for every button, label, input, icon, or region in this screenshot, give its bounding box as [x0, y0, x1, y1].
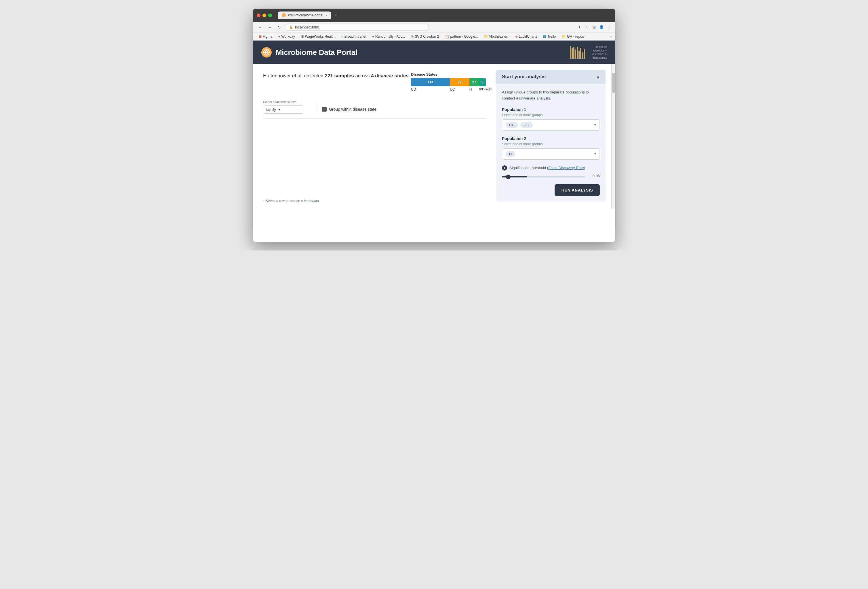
bookmark-lucid-label: LucidCharts: [519, 34, 537, 38]
summary-middle: across: [354, 73, 371, 78]
svg-rect-3: [571, 48, 573, 59]
taxonomic-label: Select a taxonomic level: [263, 100, 303, 103]
browser-titlebar: cmit-microbiome-portal × +: [253, 9, 615, 22]
group-checkbox-group[interactable]: Group within disease state: [322, 102, 376, 112]
disease-bar: 114 72 27 8: [411, 78, 486, 86]
disease-bar-labels: CD UC H IBDundef: [411, 87, 486, 91]
bottom-hint-area: ↑ Select a row to sort by a bacterium: [263, 199, 486, 203]
tab-title: cmit-microbiome-portal: [288, 13, 323, 17]
scrollbar[interactable]: [611, 64, 615, 209]
taxonomic-value: family: [266, 107, 276, 112]
app-title-group: Microbiome Data Portal: [261, 47, 357, 57]
svg-rect-9: [582, 52, 583, 59]
bookmark-workday-label: Workday: [282, 34, 295, 38]
active-tab[interactable]: cmit-microbiome-portal ×: [278, 12, 331, 19]
download-icon[interactable]: ⬇: [576, 24, 582, 30]
bookmark-gh[interactable]: 📁 GH - repos: [559, 34, 586, 39]
label-ibdundef: IBDundef: [479, 87, 486, 91]
extensions-icon[interactable]: ⊞: [591, 24, 597, 30]
menu-icon[interactable]: ⋮: [606, 24, 612, 30]
collapse-icon[interactable]: [596, 74, 600, 80]
group-checkbox[interactable]: [322, 107, 327, 112]
threshold-section: i Significance threshold (False Discover…: [502, 165, 600, 178]
bookmark-broad[interactable]: ≡ Broad Intranet: [339, 34, 369, 39]
bookmark-workday[interactable]: ● Workday: [276, 34, 297, 39]
bookmark-svg-label: SVG Crowbar 2: [415, 34, 439, 38]
gh-icon: 📁: [561, 34, 566, 38]
bookmark-svg[interactable]: ◎ SVG Crowbar 2: [408, 34, 441, 39]
bookmark-lucid[interactable]: ◆ LucidCharts: [513, 34, 540, 39]
run-analysis-button[interactable]: RUN ANALYSIS: [555, 184, 600, 196]
population1-section: Population 1 Select one or more groups C…: [502, 107, 600, 131]
app-logo-icon: [261, 47, 272, 57]
bookmark-northeastern-label: Northeastern: [489, 34, 509, 38]
population1-tag-uc[interactable]: UC: [520, 122, 533, 128]
org-logo: center formicrobiomeinformatics &therape…: [566, 45, 607, 59]
summary-states: 4 disease states: [371, 73, 408, 78]
bookmark-wageworks-label: WageWorks Healt...: [305, 34, 335, 38]
bookmark-figma-label: Figma: [263, 34, 272, 38]
more-bookmarks[interactable]: »: [610, 34, 612, 38]
forward-button[interactable]: →: [266, 24, 273, 31]
analysis-title: Start your analysis: [502, 74, 546, 80]
population2-dropdown-icon: ▾: [594, 152, 596, 156]
new-tab-button[interactable]: +: [331, 12, 340, 18]
svg-rect-8: [580, 48, 582, 59]
close-button[interactable]: [257, 13, 260, 17]
disease-states-label: Disease States: [411, 72, 486, 77]
analysis-panel: Start your analysis Assign unique groups…: [496, 70, 605, 202]
checkmark-icon: [323, 107, 326, 111]
profile-icon[interactable]: 👤: [599, 24, 604, 30]
minimize-button[interactable]: [263, 13, 266, 17]
bookmark-pattern[interactable]: 📋 pattern - Google...: [443, 34, 481, 39]
tab-bar: cmit-microbiome-portal × +: [278, 12, 600, 19]
bottom-hint-text: ↑ Select a row to sort by a bacterium: [263, 199, 486, 203]
figma-icon: ▣: [258, 34, 261, 38]
svg-rect-2: [570, 46, 571, 59]
info-icon: i: [502, 165, 507, 171]
summary-samples: 221 samples: [325, 73, 354, 78]
maximize-button[interactable]: [268, 13, 272, 17]
broad-icon: ≡: [341, 34, 343, 38]
back-button[interactable]: ←: [256, 24, 264, 31]
population2-tag-h[interactable]: H: [506, 151, 515, 157]
analysis-body: Assign unique groups to two separate pop…: [496, 84, 605, 202]
disease-segment-uc: 72: [450, 78, 469, 86]
trello-icon: ▦: [543, 34, 546, 38]
label-h: H: [469, 87, 479, 91]
browser-toolbar: ← → ↻ 🔒 localhost:8080 ⬇ ☆ ⊞ 👤 ⋮: [253, 22, 615, 33]
app-container: Microbiome Data Portal: [253, 41, 615, 242]
scrollbar-thumb[interactable]: [612, 73, 615, 93]
population1-subtitle: Select one or more groups: [502, 113, 600, 117]
bookmark-randomally[interactable]: ● Randomally - Acc...: [370, 34, 407, 39]
browser-window: cmit-microbiome-portal × + ← → ↻ 🔒 local…: [253, 9, 615, 242]
population1-tag-cd[interactable]: CD: [506, 122, 518, 128]
tab-favicon: [282, 13, 286, 17]
population2-title: Population 2: [502, 136, 600, 141]
run-button-container: RUN ANALYSIS: [502, 184, 600, 196]
svg-rect-6: [577, 47, 578, 59]
reload-button[interactable]: ↻: [276, 24, 283, 31]
top-section: Huttenhower et al. collected 221 samples…: [263, 72, 486, 91]
bookmark-figma[interactable]: ▣ Figma: [256, 34, 275, 39]
tab-close-button[interactable]: ×: [326, 13, 327, 17]
slider-container: [502, 174, 585, 178]
population2-select[interactable]: H ▾: [502, 149, 600, 160]
bookmark-broad-label: Broad Intranet: [344, 34, 366, 38]
bookmark-trello[interactable]: ▦ Trello: [541, 34, 558, 39]
summary-author: Huttenhower et al. collected: [263, 73, 325, 78]
analysis-description: Assign unique groups to two separate pop…: [502, 90, 600, 102]
fdr-link[interactable]: False Discovery Rate: [548, 166, 584, 170]
population2-section: Population 2 Select one or more groups H…: [502, 136, 600, 160]
summary-end: .: [409, 73, 410, 78]
threshold-slider[interactable]: [502, 176, 585, 177]
bookmark-wageworks[interactable]: ▣ WageWorks Healt...: [298, 34, 338, 39]
workday-icon: ●: [278, 34, 280, 38]
bookmark-northeastern[interactable]: 📁 Northeastern: [481, 34, 511, 39]
population1-select[interactable]: CD UC ▾: [502, 119, 600, 131]
threshold-label: Significance threshold (False Discovery …: [509, 166, 585, 170]
address-bar[interactable]: 🔒 localhost:8080: [285, 24, 429, 31]
group-checkbox-label: Group within disease state: [329, 107, 376, 112]
star-icon[interactable]: ☆: [584, 24, 589, 30]
taxonomic-select[interactable]: family: [263, 105, 303, 113]
